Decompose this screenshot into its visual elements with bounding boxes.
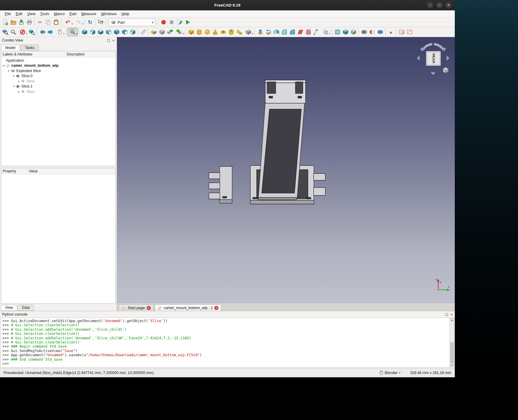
macro-execute-button[interactable]	[183, 18, 191, 26]
macro-stop-button[interactable]	[167, 18, 175, 26]
file-new-button[interactable]	[1, 18, 9, 26]
part-ruled-surface-button[interactable]	[296, 28, 304, 36]
part-thickness-button[interactable]	[333, 28, 341, 36]
tab-data[interactable]: Data	[18, 305, 34, 311]
menu-file[interactable]: File	[2, 11, 13, 17]
scrollbar-thumb[interactable]	[450, 342, 454, 363]
view-refresh-button[interactable]: ↻	[86, 18, 94, 26]
part-fillet-button[interactable]	[280, 28, 288, 36]
file-open-button[interactable]	[9, 18, 17, 26]
float-panel-icon[interactable]	[445, 313, 448, 316]
view-front-button[interactable]	[88, 28, 96, 36]
part-import-button[interactable]	[174, 28, 184, 36]
menu-part[interactable]: Part	[67, 11, 79, 17]
tree-item-slice-0[interactable]: ▾Slice.0	[1, 74, 115, 79]
expander-open-icon[interactable]: ▾	[12, 85, 15, 88]
part-cylinder-button[interactable]	[195, 28, 203, 36]
tree-header-labels[interactable]: Labels & Attributes	[1, 51, 65, 57]
toolbar-overflow-button[interactable]: »	[387, 28, 395, 36]
part-check-geometry-button[interactable]	[349, 28, 357, 36]
edit-cut-button[interactable]: ✂	[36, 18, 44, 26]
part-extrude-button[interactable]	[256, 28, 264, 36]
part-primitives-button[interactable]	[235, 28, 243, 36]
navigation-cube[interactable]: REAR	[416, 39, 451, 76]
part-tube-button[interactable]	[227, 28, 235, 36]
edit-undo-button[interactable]: ↶	[63, 18, 73, 26]
close-panel-icon[interactable]: ×	[450, 313, 453, 316]
menu-edit[interactable]: Edit	[13, 11, 25, 17]
macro-edit-button[interactable]	[175, 18, 183, 26]
tree-item-exploded-slice[interactable]: ▾Exploded Slice	[1, 68, 115, 74]
part-sweep-button[interactable]	[312, 28, 320, 36]
measure-distance-button[interactable]	[139, 28, 147, 36]
menu-tools[interactable]: Tools	[38, 11, 51, 17]
expander-open-icon[interactable]: ▾	[12, 74, 15, 77]
tree-item-slice-1[interactable]: ▾Slice.1	[1, 84, 115, 89]
file-print-button[interactable]	[25, 18, 33, 26]
part-loft-button[interactable]	[304, 28, 312, 36]
mini-cube-icon[interactable]	[443, 67, 448, 73]
console-scrollbar[interactable]: ▲ ▼	[449, 318, 454, 367]
whats-this-button[interactable]: ?	[97, 18, 105, 26]
part-mirror-button[interactable]	[272, 28, 280, 36]
part-sphere-button[interactable]	[203, 28, 211, 36]
menu-windows[interactable]: Windows	[99, 11, 119, 17]
tree-item-application[interactable]: Application	[1, 58, 115, 63]
part-shape-from-mesh-button[interactable]	[243, 28, 254, 36]
minimize-button[interactable]: −	[427, 2, 433, 8]
view-top-button[interactable]	[96, 28, 104, 36]
view-fit-all-button[interactable]	[1, 28, 9, 36]
tab-model[interactable]: Model	[1, 44, 20, 51]
tab-view[interactable]: View	[1, 305, 17, 311]
expander-closed-icon[interactable]: ▸	[17, 90, 20, 93]
tree-header-description[interactable]: Description	[65, 52, 85, 56]
view-rear-button[interactable]	[113, 28, 121, 36]
part-boolean-button[interactable]	[360, 28, 368, 36]
part-box-button[interactable]	[187, 28, 195, 36]
view-bottom-button[interactable]	[121, 28, 129, 36]
view-select-box-button[interactable]	[28, 28, 36, 36]
tab-document[interactable]: camer_mount_bottom_wip : 1 ×	[155, 304, 222, 311]
sketcher-new-sketch-button[interactable]	[397, 28, 405, 36]
edit-copy-button[interactable]	[44, 18, 52, 26]
part-cut-button[interactable]	[368, 28, 376, 36]
view-right-button[interactable]	[104, 28, 113, 36]
close-tab-icon[interactable]: ×	[147, 306, 151, 310]
titlebar[interactable]: FreeCAD 0.19 − □ ×	[0, 0, 455, 10]
workbench-selector[interactable]: Part▾	[109, 18, 156, 26]
sketcher-view-sketch-button[interactable]	[405, 28, 414, 36]
part-refine-shape-button[interactable]	[341, 28, 349, 36]
part-torus-button[interactable]	[219, 28, 227, 36]
console-lines[interactable]: >>> Gui.ActiveDocument.setEdit(App.getDo…	[1, 318, 449, 367]
menu-measure[interactable]: Measure	[79, 11, 99, 17]
menu-help[interactable]: Help	[119, 11, 132, 17]
macro-record-button[interactable]	[159, 18, 167, 26]
nav-style-button[interactable]	[54, 28, 65, 36]
part-chamfer-button[interactable]	[288, 28, 296, 36]
3d-viewport[interactable]: REAR x y z	[117, 37, 455, 303]
chevron-down-icon[interactable]: ▾	[399, 371, 400, 374]
part-export-button[interactable]	[166, 28, 174, 36]
close-tab-icon[interactable]: ×	[214, 306, 218, 310]
tab-start-page[interactable]: Start page ×	[118, 304, 154, 311]
part-union-button[interactable]	[376, 28, 384, 36]
menu-view[interactable]: View	[25, 11, 38, 17]
float-panel-icon[interactable]	[107, 39, 110, 42]
edit-redo-button[interactable]: ↷	[73, 18, 83, 26]
value-column-header[interactable]: Value	[27, 169, 38, 173]
file-save-button[interactable]	[17, 18, 25, 26]
tree-item-slice[interactable]: ▸Slice	[1, 79, 115, 84]
view-isometric-button[interactable]	[80, 28, 88, 36]
view-draw-style-button[interactable]	[17, 28, 28, 36]
maximize-button[interactable]: □	[436, 2, 443, 8]
nav-back-button[interactable]	[38, 28, 46, 36]
expander-open-icon[interactable]: ▾	[7, 69, 10, 72]
edit-paste-button[interactable]	[52, 18, 60, 26]
part-revolve-button[interactable]	[264, 28, 272, 36]
tree-item-slice[interactable]: ▸Slice	[1, 89, 115, 94]
tree-item-camer-mount-bottom-wip[interactable]: ▾camer_mount_bottom_wip	[1, 63, 115, 69]
scroll-down-icon[interactable]: ▼	[450, 363, 454, 367]
expander-closed-icon[interactable]: ▸	[17, 80, 20, 83]
close-panel-icon[interactable]: ×	[112, 39, 115, 42]
expander-open-icon[interactable]: ▾	[2, 64, 5, 67]
